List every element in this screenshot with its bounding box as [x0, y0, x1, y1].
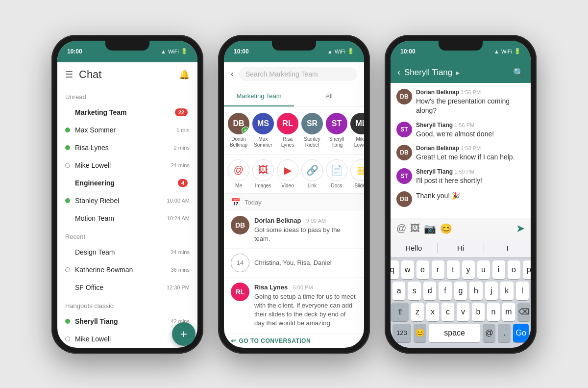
- key-h[interactable]: h: [469, 282, 482, 300]
- key-l[interactable]: l: [516, 282, 529, 300]
- image-icon[interactable]: 🖼: [410, 223, 420, 234]
- chevron-icon: ▸: [456, 69, 460, 77]
- chat-time: 36 mins: [171, 267, 190, 273]
- key-m[interactable]: m: [502, 303, 515, 321]
- avatar-item[interactable]: DB ✓ DorianBelknap: [228, 113, 249, 148]
- chat-name: Max Sommer: [75, 126, 190, 134]
- go-to-conversation-button[interactable]: ↩ GO TO CONVERSATION: [224, 334, 364, 348]
- key-e[interactable]: e: [416, 260, 429, 279]
- numbers-key[interactable]: 123: [392, 324, 411, 342]
- avatar-item[interactable]: ML MikeLowell: [350, 113, 364, 148]
- dot-none: [65, 216, 70, 221]
- reaction-icon[interactable]: 😊: [440, 223, 452, 234]
- key-v[interactable]: v: [457, 303, 469, 321]
- search-input[interactable]: Search Marketing Team: [239, 67, 357, 81]
- avatar-item[interactable]: SR StanleyRiebel: [301, 113, 323, 148]
- time-3: 10:00: [400, 48, 416, 55]
- filter-docs[interactable]: 📄 Docs: [326, 159, 347, 188]
- tab-all[interactable]: All: [294, 86, 364, 106]
- dot-none: [65, 250, 70, 255]
- tab-marketing-team[interactable]: Marketing Team: [224, 86, 294, 106]
- result-content: Christina, You, Risa, Daniel: [254, 254, 357, 272]
- send-button[interactable]: ➤: [516, 222, 525, 235]
- key-w[interactable]: w: [401, 260, 414, 279]
- filter-slides[interactable]: ▦ Slides: [350, 159, 364, 188]
- filter-label: Images: [255, 183, 271, 188]
- key-t[interactable]: t: [447, 260, 460, 279]
- mention-icon[interactable]: @: [396, 223, 406, 234]
- group-count: 14: [231, 254, 249, 272]
- chat-info: Risa Lynes: [75, 144, 190, 152]
- back-icon[interactable]: ‹: [231, 69, 234, 79]
- key-f[interactable]: f: [439, 282, 451, 300]
- hamburger-icon[interactable]: ☰: [65, 69, 73, 80]
- suggestion-hello[interactable]: Hello: [391, 243, 438, 253]
- key-j[interactable]: j: [485, 282, 498, 300]
- delete-key[interactable]: ⌫: [517, 303, 530, 321]
- key-p[interactable]: p: [523, 260, 531, 279]
- space-key[interactable]: space: [429, 324, 480, 342]
- filter-me[interactable]: @ Me: [228, 159, 249, 188]
- emoji-key[interactable]: 😊: [414, 324, 426, 342]
- list-item[interactable]: Motion Team 10:24 AM: [57, 209, 197, 227]
- key-n[interactable]: n: [487, 303, 500, 321]
- avatar-name: MaxSommer: [254, 136, 272, 148]
- chat-name: Risa Lynes: [75, 144, 190, 152]
- key-z[interactable]: z: [411, 303, 424, 321]
- message-input-bar: @ 🖼 📷 😊 ➤: [391, 218, 531, 239]
- result-avatar: DB: [231, 216, 249, 234]
- filter-images[interactable]: 🖼 Images: [252, 159, 274, 188]
- key-y[interactable]: y: [462, 260, 475, 279]
- suggestion-hi[interactable]: Hi: [438, 243, 485, 253]
- new-chat-fab[interactable]: +: [172, 322, 196, 346]
- search-result-item: 14 Christina, You, Risa, Daniel: [224, 249, 364, 278]
- period-key[interactable]: .: [498, 324, 511, 342]
- key-o[interactable]: o: [508, 260, 520, 279]
- filter-label: Video: [281, 183, 294, 188]
- search-result-item[interactable]: DB Dorian Belknap 9:00 AM Got some ideas…: [224, 211, 364, 249]
- list-item[interactable]: Engineering 4: [57, 174, 197, 192]
- key-s[interactable]: s: [408, 282, 420, 300]
- camera-icon[interactable]: 📷: [424, 223, 436, 234]
- notification-bell-icon[interactable]: 🔔: [179, 69, 190, 80]
- shift-key[interactable]: ⇧: [391, 303, 409, 321]
- avatar-row: DB ✓ DorianBelknap MS MaxSommer RL RisaL…: [224, 107, 364, 155]
- search-result-item[interactable]: RL Risa Lynes 5:00 PM Going to setup a t…: [224, 278, 364, 334]
- list-item[interactable]: Design Team 24 mins: [57, 243, 197, 261]
- filter-video[interactable]: ▶ Video: [277, 159, 298, 188]
- key-r[interactable]: r: [432, 260, 444, 279]
- key-c[interactable]: c: [441, 303, 454, 321]
- key-i[interactable]: i: [492, 260, 505, 279]
- avatar-item[interactable]: MS MaxSommer: [252, 113, 274, 148]
- list-item[interactable]: Stanley Riebel 10:00 AM: [57, 192, 197, 209]
- list-item[interactable]: SF Office 12:30 PM: [57, 279, 197, 296]
- list-item[interactable]: Max Sommer 1 min: [57, 121, 197, 139]
- go-key[interactable]: Go: [513, 324, 529, 342]
- list-item[interactable]: Katherine Bowman 36 mins: [57, 261, 197, 279]
- avatar-item[interactable]: RL RisaLynes: [277, 113, 298, 148]
- at-key[interactable]: @: [483, 324, 495, 342]
- key-q[interactable]: q: [391, 260, 399, 279]
- list-item[interactable]: Risa Lynes 2 mins: [57, 139, 197, 156]
- key-g[interactable]: g: [454, 282, 467, 300]
- key-k[interactable]: k: [500, 282, 513, 300]
- key-u[interactable]: u: [477, 260, 490, 279]
- key-d[interactable]: d: [423, 282, 436, 300]
- dot-none: [65, 110, 70, 115]
- message-text: Good, we're almost done!: [416, 129, 494, 139]
- key-x[interactable]: x: [426, 303, 439, 321]
- list-item[interactable]: Mike Lowell 24 mins: [57, 156, 197, 174]
- message-sender: Dorian Belknap: [416, 145, 459, 152]
- key-b[interactable]: b: [472, 303, 485, 321]
- page-title: Chat: [79, 68, 101, 81]
- key-a[interactable]: a: [392, 282, 405, 300]
- offline-dot: [65, 163, 70, 168]
- search-icon[interactable]: 🔍: [513, 67, 524, 78]
- avatar-item[interactable]: ST SheryllTiang: [326, 113, 347, 148]
- tabs-bar: Marketing Team All: [224, 86, 364, 107]
- list-item[interactable]: Marketing Team 22: [57, 103, 197, 121]
- avatar-name: DorianBelknap: [230, 136, 247, 148]
- back-icon[interactable]: ‹: [397, 67, 400, 78]
- suggestion-i[interactable]: I: [484, 243, 531, 253]
- filter-link[interactable]: 🔗 Link: [301, 159, 323, 188]
